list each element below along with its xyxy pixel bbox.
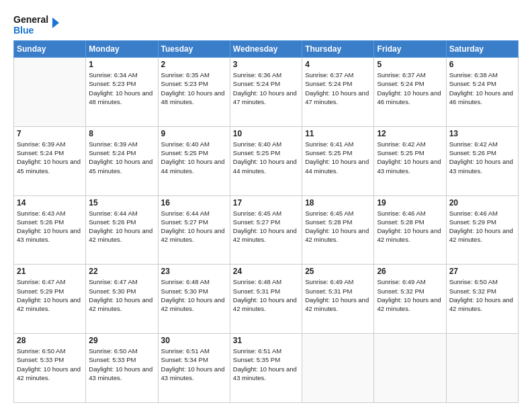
calendar-week-3: 14Sunrise: 6:43 AM Sunset: 5:26 PM Dayli… bbox=[14, 195, 519, 265]
day-info: Sunrise: 6:49 AM Sunset: 5:31 PM Dayligh… bbox=[305, 277, 371, 313]
calendar-cell: 15Sunrise: 6:44 AM Sunset: 5:26 PM Dayli… bbox=[86, 195, 158, 265]
calendar-cell: 12Sunrise: 6:42 AM Sunset: 5:25 PM Dayli… bbox=[374, 126, 446, 195]
calendar-cell: 18Sunrise: 6:45 AM Sunset: 5:28 PM Dayli… bbox=[302, 195, 374, 265]
day-number: 27 bbox=[449, 267, 515, 276]
calendar-cell bbox=[446, 334, 518, 403]
page: General Blue SundayMondayTuesdayWednesda… bbox=[0, 0, 532, 411]
calendar-cell: 28Sunrise: 6:50 AM Sunset: 5:33 PM Dayli… bbox=[14, 334, 86, 403]
calendar-cell: 5Sunrise: 6:37 AM Sunset: 5:24 PM Daylig… bbox=[374, 58, 446, 127]
calendar-week-1: 1Sunrise: 6:34 AM Sunset: 5:23 PM Daylig… bbox=[14, 58, 519, 127]
day-info: Sunrise: 6:47 AM Sunset: 5:29 PM Dayligh… bbox=[17, 277, 83, 313]
calendar-cell: 2Sunrise: 6:35 AM Sunset: 5:23 PM Daylig… bbox=[158, 58, 230, 127]
calendar-cell: 19Sunrise: 6:46 AM Sunset: 5:28 PM Dayli… bbox=[374, 195, 446, 265]
day-info: Sunrise: 6:37 AM Sunset: 5:24 PM Dayligh… bbox=[377, 71, 443, 106]
calendar-cell: 13Sunrise: 6:42 AM Sunset: 5:26 PM Dayli… bbox=[446, 126, 518, 195]
day-info: Sunrise: 6:42 AM Sunset: 5:25 PM Dayligh… bbox=[377, 140, 443, 175]
logo: General Blue bbox=[13, 11, 60, 38]
calendar-cell: 10Sunrise: 6:40 AM Sunset: 5:25 PM Dayli… bbox=[230, 126, 302, 195]
day-info: Sunrise: 6:48 AM Sunset: 5:31 PM Dayligh… bbox=[233, 277, 299, 313]
day-number: 14 bbox=[17, 198, 83, 208]
day-number: 9 bbox=[161, 129, 227, 138]
calendar-cell: 4Sunrise: 6:37 AM Sunset: 5:24 PM Daylig… bbox=[302, 58, 374, 127]
day-number: 29 bbox=[89, 336, 154, 345]
calendar-cell: 17Sunrise: 6:45 AM Sunset: 5:27 PM Dayli… bbox=[230, 195, 302, 265]
day-number: 15 bbox=[89, 198, 154, 208]
calendar-cell: 26Sunrise: 6:49 AM Sunset: 5:32 PM Dayli… bbox=[374, 265, 446, 334]
calendar-week-5: 28Sunrise: 6:50 AM Sunset: 5:33 PM Dayli… bbox=[14, 334, 519, 403]
day-info: Sunrise: 6:44 AM Sunset: 5:26 PM Dayligh… bbox=[89, 209, 154, 244]
day-info: Sunrise: 6:46 AM Sunset: 5:29 PM Dayligh… bbox=[449, 209, 515, 244]
day-info: Sunrise: 6:47 AM Sunset: 5:30 PM Dayligh… bbox=[89, 277, 154, 313]
day-info: Sunrise: 6:43 AM Sunset: 5:26 PM Dayligh… bbox=[17, 209, 83, 244]
calendar-cell: 16Sunrise: 6:44 AM Sunset: 5:27 PM Dayli… bbox=[158, 195, 230, 265]
day-info: Sunrise: 6:49 AM Sunset: 5:32 PM Dayligh… bbox=[377, 277, 443, 313]
day-info: Sunrise: 6:35 AM Sunset: 5:23 PM Dayligh… bbox=[161, 71, 227, 106]
day-info: Sunrise: 6:45 AM Sunset: 5:28 PM Dayligh… bbox=[305, 209, 371, 244]
day-info: Sunrise: 6:50 AM Sunset: 5:33 PM Dayligh… bbox=[17, 347, 83, 382]
calendar-cell bbox=[14, 58, 86, 127]
calendar-table: SundayMondayTuesdayWednesdayThursdayFrid… bbox=[13, 40, 519, 403]
day-number: 20 bbox=[449, 198, 515, 208]
calendar-header-wednesday: Wednesday bbox=[230, 41, 302, 58]
calendar-cell: 1Sunrise: 6:34 AM Sunset: 5:23 PM Daylig… bbox=[86, 58, 158, 127]
day-info: Sunrise: 6:42 AM Sunset: 5:26 PM Dayligh… bbox=[449, 140, 515, 175]
day-info: Sunrise: 6:46 AM Sunset: 5:28 PM Dayligh… bbox=[377, 209, 443, 244]
day-info: Sunrise: 6:38 AM Sunset: 5:24 PM Dayligh… bbox=[449, 71, 515, 106]
logo-svg: General Blue bbox=[13, 11, 60, 38]
calendar-header-row: SundayMondayTuesdayWednesdayThursdayFrid… bbox=[14, 41, 519, 58]
calendar-cell: 14Sunrise: 6:43 AM Sunset: 5:26 PM Dayli… bbox=[14, 195, 86, 265]
day-number: 16 bbox=[161, 198, 227, 208]
calendar-header-thursday: Thursday bbox=[302, 41, 374, 58]
day-info: Sunrise: 6:39 AM Sunset: 5:24 PM Dayligh… bbox=[89, 140, 154, 175]
day-info: Sunrise: 6:41 AM Sunset: 5:25 PM Dayligh… bbox=[305, 140, 371, 175]
calendar-cell bbox=[374, 334, 446, 403]
day-number: 18 bbox=[305, 198, 371, 208]
calendar-week-2: 7Sunrise: 6:39 AM Sunset: 5:24 PM Daylig… bbox=[14, 126, 519, 195]
calendar-cell: 31Sunrise: 6:51 AM Sunset: 5:35 PM Dayli… bbox=[230, 334, 302, 403]
day-number: 6 bbox=[449, 60, 515, 69]
day-number: 10 bbox=[233, 129, 299, 138]
day-number: 1 bbox=[89, 60, 154, 69]
day-number: 4 bbox=[305, 60, 371, 69]
calendar-cell: 11Sunrise: 6:41 AM Sunset: 5:25 PM Dayli… bbox=[302, 126, 374, 195]
day-number: 13 bbox=[449, 129, 515, 138]
day-number: 25 bbox=[305, 267, 371, 276]
day-number: 26 bbox=[377, 267, 443, 276]
day-info: Sunrise: 6:51 AM Sunset: 5:35 PM Dayligh… bbox=[233, 347, 299, 382]
calendar-cell: 8Sunrise: 6:39 AM Sunset: 5:24 PM Daylig… bbox=[86, 126, 158, 195]
day-number: 30 bbox=[161, 336, 227, 345]
day-number: 5 bbox=[377, 60, 443, 69]
header: General Blue bbox=[13, 11, 519, 38]
day-info: Sunrise: 6:39 AM Sunset: 5:24 PM Dayligh… bbox=[17, 140, 83, 175]
svg-marker-2 bbox=[52, 17, 59, 28]
calendar-cell: 29Sunrise: 6:50 AM Sunset: 5:33 PM Dayli… bbox=[86, 334, 158, 403]
calendar-cell: 27Sunrise: 6:50 AM Sunset: 5:32 PM Dayli… bbox=[446, 265, 518, 334]
day-info: Sunrise: 6:48 AM Sunset: 5:30 PM Dayligh… bbox=[161, 277, 227, 313]
day-info: Sunrise: 6:51 AM Sunset: 5:34 PM Dayligh… bbox=[161, 347, 227, 382]
calendar-cell: 24Sunrise: 6:48 AM Sunset: 5:31 PM Dayli… bbox=[230, 265, 302, 334]
calendar-cell: 6Sunrise: 6:38 AM Sunset: 5:24 PM Daylig… bbox=[446, 58, 518, 127]
calendar-header-sunday: Sunday bbox=[14, 41, 86, 58]
day-number: 12 bbox=[377, 129, 443, 138]
day-number: 31 bbox=[233, 336, 299, 345]
calendar-cell: 23Sunrise: 6:48 AM Sunset: 5:30 PM Dayli… bbox=[158, 265, 230, 334]
day-number: 8 bbox=[89, 129, 154, 138]
day-number: 28 bbox=[17, 336, 83, 345]
day-number: 23 bbox=[161, 267, 227, 276]
day-number: 17 bbox=[233, 198, 299, 208]
calendar-cell: 25Sunrise: 6:49 AM Sunset: 5:31 PM Dayli… bbox=[302, 265, 374, 334]
calendar-cell: 30Sunrise: 6:51 AM Sunset: 5:34 PM Dayli… bbox=[158, 334, 230, 403]
day-info: Sunrise: 6:36 AM Sunset: 5:24 PM Dayligh… bbox=[233, 71, 299, 106]
day-info: Sunrise: 6:40 AM Sunset: 5:25 PM Dayligh… bbox=[161, 140, 227, 175]
svg-text:General: General bbox=[13, 14, 48, 25]
day-info: Sunrise: 6:40 AM Sunset: 5:25 PM Dayligh… bbox=[233, 140, 299, 175]
day-number: 21 bbox=[17, 267, 83, 276]
calendar-header-friday: Friday bbox=[374, 41, 446, 58]
calendar-cell: 9Sunrise: 6:40 AM Sunset: 5:25 PM Daylig… bbox=[158, 126, 230, 195]
day-info: Sunrise: 6:50 AM Sunset: 5:32 PM Dayligh… bbox=[449, 277, 515, 313]
day-number: 19 bbox=[377, 198, 443, 208]
calendar-cell: 3Sunrise: 6:36 AM Sunset: 5:24 PM Daylig… bbox=[230, 58, 302, 127]
day-number: 22 bbox=[89, 267, 154, 276]
calendar-cell: 20Sunrise: 6:46 AM Sunset: 5:29 PM Dayli… bbox=[446, 195, 518, 265]
day-number: 7 bbox=[17, 129, 83, 138]
